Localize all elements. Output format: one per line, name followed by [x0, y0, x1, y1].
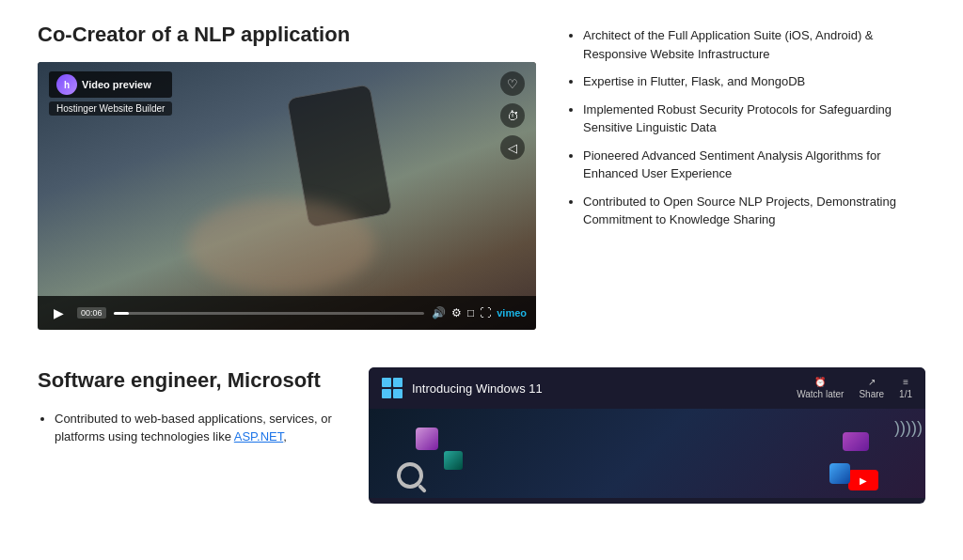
watch-later-button[interactable]: ⏰ Watch later — [797, 377, 844, 399]
youtube-top-bar: Introducing Windows 11 ⏰ Watch later ↗ S… — [369, 367, 925, 409]
section1-title: Co-Creator of a NLP application — [38, 23, 536, 47]
purple-app-icon — [416, 428, 438, 450]
youtube-icon: ▶ — [848, 470, 878, 490]
share-button[interactable]: ↗ Share — [859, 377, 884, 399]
windows-icon — [382, 378, 403, 398]
list-item: Pioneered Advanced Sentiment Analysis Al… — [583, 147, 925, 183]
list-item: Architect of the Full Application Suite … — [583, 26, 925, 63]
list-item: Expertise in Flutter, Flask, and MongoDB — [583, 72, 925, 91]
clock-icon[interactable]: ⏱ — [500, 103, 525, 128]
heart-icon[interactable]: ♡ — [500, 71, 525, 96]
fullscreen-icon[interactable]: ⛶ — [480, 306, 491, 319]
share-arrow-icon: ↗ — [868, 377, 876, 387]
progress-bar[interactable] — [114, 312, 424, 315]
video-player-2: Introducing Windows 11 ⏰ Watch later ↗ S… — [369, 367, 925, 504]
section2-left: Software engineer, Microsoft Contributed… — [38, 367, 339, 504]
list-item: Implemented Robust Security Protocols fo… — [583, 101, 925, 137]
section1-bullet-list: Architect of the Full Application Suite … — [566, 26, 925, 229]
video-controls: ▶ 00:06 🔊 ⚙ □ ⛶ vimeo — [38, 296, 536, 330]
progress-fill — [114, 312, 130, 315]
blue-app-icon — [829, 463, 850, 484]
asp-net-link[interactable]: ASP.NET — [234, 429, 284, 443]
play-button[interactable]: ▶ — [47, 302, 70, 324]
cast-icon[interactable]: □ — [467, 306, 474, 319]
sound-waves-icon: ))))) — [894, 418, 923, 438]
settings-icon[interactable]: ⚙ — [451, 306, 462, 319]
purple-file-icon — [843, 432, 869, 451]
video-player-1: h Video preview Hostinger Website Builde… — [38, 62, 536, 330]
youtube-thumbnail: ▶ ))))) — [369, 409, 925, 498]
list-item: Contributed to web-based applications, s… — [55, 410, 339, 446]
section1-bullets-column: Architect of the Full Application Suite … — [566, 23, 925, 330]
teal-icon — [444, 451, 463, 470]
hostinger-label: Hostinger Website Builder — [49, 101, 172, 116]
video-preview-badge: h Video preview — [49, 71, 172, 98]
share-icon[interactable]: ◁ — [500, 135, 525, 160]
youtube-video-title: Introducing Windows 11 — [412, 381, 543, 396]
count-badge: ≡ 1/1 — [899, 377, 912, 399]
vimeo-logo: vimeo — [497, 307, 527, 319]
watch-later-icon: ⏰ — [814, 377, 826, 387]
volume-icon[interactable]: 🔊 — [432, 306, 446, 319]
menu-icon: ≡ — [903, 377, 908, 387]
section2-title: Software engineer, Microsoft — [38, 367, 339, 395]
list-item: Contributed to Open Source NLP Projects,… — [583, 193, 925, 229]
section2-bullet-list: Contributed to web-based applications, s… — [38, 410, 339, 446]
hostinger-logo-icon: h — [56, 74, 77, 95]
video-time: 00:06 — [77, 307, 106, 319]
